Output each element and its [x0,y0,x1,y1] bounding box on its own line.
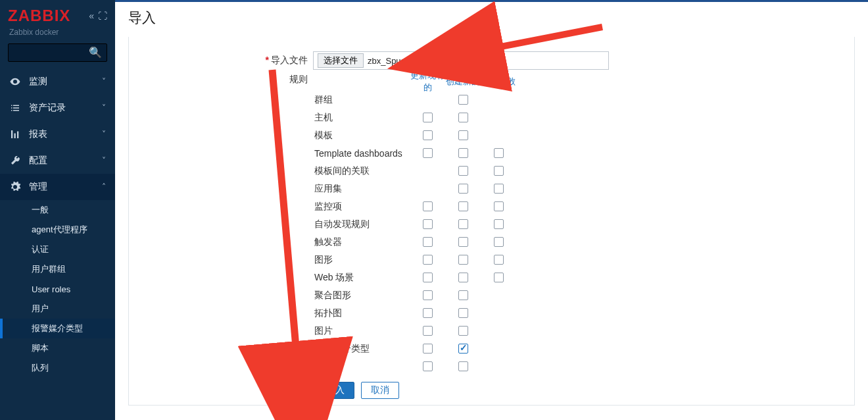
eye-icon [9,76,21,88]
menu-item-eye[interactable]: 监测˅ [0,68,115,95]
checkbox-delete[interactable] [494,273,504,282]
rule-name: 聚合图形 [314,290,410,302]
checkbox-update[interactable] [423,344,433,354]
rule-row: 监控项 [314,197,516,215]
brand-subtitle: Zabbix docker [0,26,115,43]
fullscreen-icon[interactable]: ⛶ [98,11,107,21]
checkbox-update[interactable] [423,113,433,122]
checkbox-update[interactable] [423,201,433,211]
checkbox-update[interactable] [423,361,433,371]
checkbox-update[interactable] [423,130,433,140]
chevron-down-icon: ˅ [102,156,106,165]
rule-row: 映射值 [314,357,516,375]
submenu-item[interactable]: 脚本 [0,338,115,358]
search-icon[interactable]: 🔍 [89,46,102,59]
checkbox-delete[interactable] [494,237,504,247]
gear-icon [9,181,21,193]
checkbox-update[interactable] [423,219,433,229]
rule-name: 应用集 [314,183,410,195]
menu-item-label: 资产记录 [29,102,66,114]
rule-name: 自动发现规则 [314,219,410,230]
import-file-label: 导入文件 [271,55,308,65]
choose-file-button[interactable]: 选择文件 [318,53,364,68]
checkbox-delete[interactable] [494,219,504,229]
rule-row: Template dashboards [314,144,516,162]
rule-row: 主机 [314,109,516,126]
file-input-box[interactable]: 选择文件 zbx_SpugPush_mediatypes.yaml [313,51,609,70]
checkbox-delete[interactable] [494,201,504,211]
checkbox-update[interactable] [423,237,433,247]
rule-row: Web 场景 [314,269,516,286]
checkbox-create[interactable] [458,184,468,194]
main-content: 导入 *导入文件 选择文件 zbx_SpugPush_mediatypes.ya… [115,0,868,420]
checkbox-create[interactable] [458,237,468,247]
checkbox-create[interactable] [458,113,468,122]
submenu-item[interactable]: 认证 [0,240,115,259]
checkbox-delete[interactable] [494,166,504,176]
menu-item-label: 报表 [29,128,47,140]
rule-row: 群组 [314,91,516,109]
menu-item-gear[interactable]: 管理˄ [0,174,115,200]
rule-name: 模板间的关联 [314,165,410,177]
submenu-item[interactable]: 用户 [0,299,115,319]
rule-name: 监控项 [314,201,410,213]
rule-name: 报警媒介类型 [314,343,410,355]
collapse-icon[interactable]: « [89,11,94,21]
checkbox-create[interactable] [458,166,468,176]
menu-item-list[interactable]: 资产记录˅ [0,95,115,121]
import-submit-button[interactable]: 导入 [316,382,354,399]
main-menu: 监测˅资产记录˅报表˅配置˅管理˄ [0,68,115,200]
menu-item-chart[interactable]: 报表˅ [0,121,115,147]
submenu-item[interactable]: 报警媒介类型 [0,319,115,338]
checkbox-create[interactable] [458,361,468,371]
checkbox-delete[interactable] [494,148,504,158]
submenu-item[interactable]: 队列 [0,358,115,378]
rule-row: 触发器 [314,233,516,251]
submenu-item[interactable]: agent代理程序 [0,220,115,240]
col-header-delete: 删除失败 [481,76,516,88]
rule-row: 模板间的关联 [314,162,516,180]
checkbox-create[interactable] [458,290,468,300]
checkbox-create[interactable] [458,344,468,354]
rule-name: 群组 [314,94,410,106]
rule-row: 模板 [314,126,516,144]
rule-name: 图形 [314,254,410,266]
rule-name: 主机 [314,112,410,124]
checkbox-delete[interactable] [494,255,504,265]
checkbox-update[interactable] [423,273,433,282]
checkbox-update[interactable] [423,148,433,158]
wrench-icon [9,155,21,167]
menu-item-label: 监测 [29,76,47,88]
checkbox-update[interactable] [423,255,433,265]
checkbox-create[interactable] [458,148,468,158]
rule-row: 应用集 [314,180,516,197]
sidebar: ZABBIX « ⛶ Zabbix docker 🔍 监测˅资产记录˅报表˅配置… [0,0,115,420]
checkbox-create[interactable] [458,273,468,282]
rule-name: Web 场景 [314,272,410,284]
submenu: 一般agent代理程序认证用户群组User roles用户报警媒介类型脚本队列 [0,200,115,378]
checkbox-create[interactable] [458,326,468,336]
rule-row: 自动发现规则 [314,215,516,233]
menu-item-wrench[interactable]: 配置˅ [0,147,115,174]
cancel-button[interactable]: 取消 [361,382,399,399]
checkbox-create[interactable] [458,95,468,105]
checkbox-update[interactable] [423,290,433,300]
checkbox-update[interactable] [423,308,433,318]
import-panel: *导入文件 选择文件 zbx_SpugPush_mediatypes.yaml … [128,37,855,406]
checkbox-create[interactable] [458,308,468,318]
submenu-item[interactable]: User roles [0,279,115,299]
checkbox-update[interactable] [423,326,433,336]
checkbox-delete[interactable] [494,184,504,194]
submenu-item[interactable]: 用户群组 [0,259,115,279]
submenu-item[interactable]: 一般 [0,200,115,220]
checkbox-create[interactable] [458,201,468,211]
chevron-down-icon: ˅ [102,77,106,86]
rule-row: 拓扑图 [314,304,516,322]
chevron-down-icon: ˅ [102,130,106,139]
rule-name: 触发器 [314,236,410,248]
chosen-file-name: zbx_SpugPush_mediatypes.yaml [368,56,494,66]
checkbox-create[interactable] [458,130,468,140]
checkbox-create[interactable] [458,255,468,265]
rule-row: 报警媒介类型 [314,340,516,357]
checkbox-create[interactable] [458,219,468,229]
